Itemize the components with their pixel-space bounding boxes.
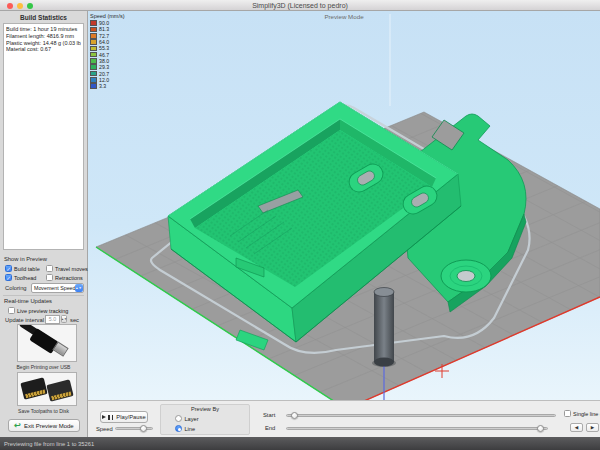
update-interval-stepper[interactable]: ▲▼ [61,315,67,323]
panel-title: Build Statistics [0,14,87,21]
play-icon [102,415,106,419]
checkbox-label: Single line only [573,411,600,417]
single-line-checkbox[interactable]: Single line only [564,410,600,417]
checkbox-live-preview-tracking[interactable]: Live preview tracking [8,307,68,314]
legend-swatch [90,39,97,45]
legend-value: 72.7 [99,33,109,39]
3d-scene[interactable] [88,11,600,400]
legend-value: 3.3 [99,83,106,89]
radio-label: Layer [185,416,199,422]
checkbox-icon [5,265,12,272]
legend-value: 46.7 [99,52,109,58]
speed-slider-thumb[interactable] [140,425,147,432]
show-in-preview-label: Show in Preview [4,256,47,262]
pause-icon [108,415,110,420]
legend-value: 12.0 [99,77,109,83]
end-slider-thumb[interactable] [537,425,544,432]
checkbox-icon [564,410,571,417]
legend-value: 20.7 [99,71,109,77]
speed-slider[interactable] [115,427,153,430]
pause-icon [112,415,114,420]
sd-card-graphic [46,379,73,401]
build-statistics-box: Build time: 1 hour 19 minutes Filament l… [3,23,84,250]
update-interval-label: Update interval [5,317,44,323]
legend-swatch [90,64,97,70]
checkbox-label: Toolhead [14,275,36,281]
legend-swatch [90,58,97,64]
disk-caption: Save Toolpaths to Disk [0,408,87,414]
radio-line[interactable]: Line [175,425,195,432]
legend-swatch [90,52,97,58]
checkbox-icon [8,307,15,314]
exit-button-label: Exit Preview Mode [24,423,74,429]
save-toolpaths-image[interactable] [17,372,77,406]
checkbox-travel-moves[interactable]: Travel moves [46,265,88,272]
status-text: Previewing file from line 1 to 35261 [0,441,94,447]
step-forward-button[interactable]: ▶ [586,423,599,432]
stat-build-time: Build time: 1 hour 19 minutes [6,26,81,33]
radio-icon [175,425,182,432]
preview-by-group: Preview By Layer Line [160,404,250,435]
radio-icon [175,415,182,422]
window-title: Simplify3D (Licensed to pedro) [0,2,600,9]
legend-value: 55.3 [99,45,109,51]
legend-rows: 90.081.372.764.055.346.738.029.320.712.0… [90,20,125,89]
stat-material-cost: Material cost: 0.67 [6,46,81,53]
update-interval-input[interactable]: 5.0 [45,315,60,324]
checkbox-icon [5,274,12,281]
legend-value: 64.0 [99,39,109,45]
exit-preview-mode-button[interactable]: ↩ Exit Preview Mode [8,419,80,432]
play-pause-button[interactable]: Play/Pause [100,411,148,423]
checkbox-label: Build table [14,266,40,272]
legend-value: 81.3 [99,26,109,32]
start-slider[interactable] [286,414,556,417]
preview-toolbar: Play/Pause Speed Preview By Layer Line S… [88,400,600,437]
usb-caption: Begin Printing over USB [0,364,87,370]
legend-value: 90.0 [99,20,109,26]
legend-swatch [90,77,97,83]
coloring-value: Movement Speed [32,285,75,291]
sd-pins-graphic [25,389,45,398]
legend-swatch [90,71,97,77]
legend-value: 38.0 [99,58,109,64]
back-arrow-icon: ↩ [14,422,21,430]
start-slider-label: Start [263,412,275,418]
checkbox-toolhead[interactable]: Toolhead [5,274,36,281]
checkbox-label: Live preview tracking [17,308,68,314]
step-back-button[interactable]: ◀ [570,423,583,432]
usb-printing-image[interactable] [17,324,77,362]
divider [3,295,84,296]
checkbox-label: Travel moves [55,266,88,272]
end-slider[interactable] [286,427,548,430]
end-slider-label: End [265,425,275,431]
legend-value: 29.3 [99,64,109,70]
sd-card-graphic [20,377,47,399]
preview-by-label: Preview By [161,406,249,412]
realtime-updates-label: Real-time Updates [4,298,52,304]
checkbox-label: Retractions [55,275,83,281]
standoff-hole [457,271,475,282]
checkbox-build-table[interactable]: Build table [5,265,40,272]
titlebar: Simplify3D (Licensed to pedro) [0,0,600,11]
play-pause-label: Play/Pause [116,414,145,420]
checkbox-retractions[interactable]: Retractions [46,274,83,281]
legend-swatch [90,33,97,39]
legend-swatch [90,46,97,52]
speed-slider-label: Speed [96,426,113,432]
checkbox-icon [46,265,53,272]
sd-pins-graphic [51,391,71,400]
coloring-label: Coloring [5,285,27,291]
speed-legend: Speed (mm/s) 90.081.372.764.055.346.738.… [90,13,125,89]
update-interval-unit: sec [70,317,79,323]
coloring-select[interactable]: Movement Speed ▲▼ [31,283,84,293]
legend-title: Speed (mm/s) [90,13,125,19]
build-statistics-panel: Build Statistics Build time: 1 hour 19 m… [0,11,88,437]
radio-layer[interactable]: Layer [175,415,199,422]
legend-swatch [90,27,97,33]
usb-tip-graphic [52,341,68,356]
3d-preview-viewport[interactable]: Preview Mode [88,11,600,400]
stat-plastic-weight: Plastic weight: 14.48 g (0.03 lb) [6,40,81,47]
stat-filament-length: Filament length: 4816.9 mm [6,33,81,40]
chevron-up-down-icon: ▲▼ [75,284,83,292]
start-slider-thumb[interactable] [291,412,298,419]
